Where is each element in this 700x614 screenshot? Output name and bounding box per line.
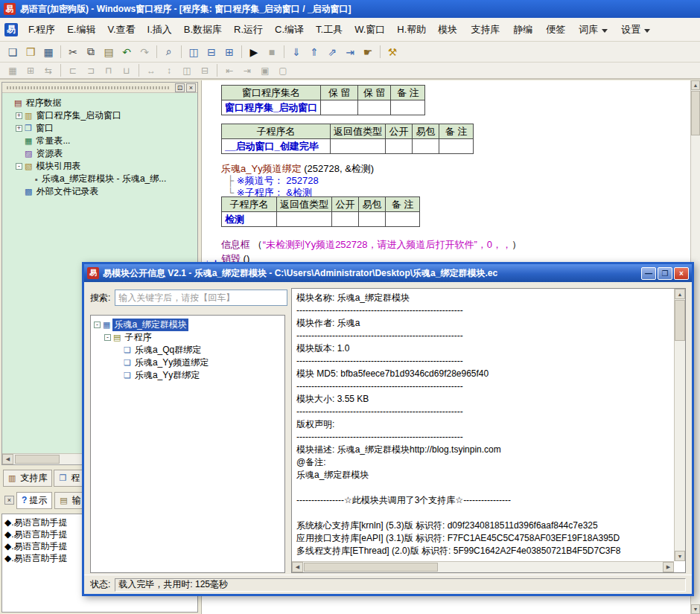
tree-item[interactable]: ❏乐魂a_Qq群绑定 — [92, 344, 283, 356]
menu-item[interactable]: I.插入 — [141, 19, 178, 40]
scroll-down-button[interactable]: ▼ — [691, 604, 700, 614]
menu-item-right[interactable]: 支持库 — [465, 19, 506, 40]
tree-item[interactable]: -▤子程序 — [92, 331, 283, 344]
scroll-thumb[interactable] — [691, 91, 700, 135]
tree-item[interactable]: ▦常量表... — [4, 135, 196, 147]
menu-item-right[interactable]: 静编 — [507, 19, 538, 40]
close-button[interactable]: × — [674, 267, 689, 280]
step-out-button[interactable]: ⇗ — [323, 44, 341, 60]
menu-item-right[interactable]: 设置 — [615, 19, 656, 40]
tab-label: 程 — [71, 472, 80, 485]
tree-expander[interactable]: - — [94, 322, 101, 328]
info-hscrollbar[interactable]: ◀ ▶ — [292, 561, 674, 572]
table-cell[interactable] — [332, 212, 359, 227]
table-cell[interactable] — [321, 100, 358, 115]
copy-button[interactable]: ⧉ — [82, 44, 100, 60]
minimize-button[interactable]: — — [641, 267, 656, 280]
table-cell[interactable]: 检测 — [222, 212, 277, 227]
tree-item[interactable]: ▩外部文件记录表 — [4, 185, 196, 198]
menu-item[interactable]: T.工具 — [310, 19, 349, 40]
menu-item[interactable]: F.程序 — [22, 19, 61, 40]
info-line: 多线程支持库[EThread] (2.0)版 标识符: 5F99C1642A2F… — [296, 545, 672, 557]
titlebar[interactable]: 易 易语言(加密狗版) - Windows窗口程序 - [程序集: 窗口程序集_… — [0, 0, 700, 18]
table-cell[interactable] — [359, 212, 386, 227]
tree-expander[interactable]: - — [16, 163, 22, 170]
static-compile-button[interactable]: ⚒ — [384, 44, 401, 60]
run-to-cursor-button[interactable]: ⇥ — [341, 44, 359, 60]
tab-project[interactable]: ❒ 程 — [54, 470, 85, 487]
view-split-button[interactable]: ⊟ — [203, 44, 220, 60]
panel-close-button[interactable]: × — [186, 83, 196, 92]
menu-item[interactable]: V.查看 — [101, 19, 141, 40]
table-cell[interactable] — [439, 139, 474, 154]
scroll-right-button[interactable]: ▶ — [663, 562, 674, 572]
tree-item[interactable]: -▦乐魂a_绑定群模块 — [92, 319, 283, 331]
step-over-button[interactable]: ⇑ — [305, 44, 323, 60]
find-button[interactable]: ⌕ — [160, 44, 178, 60]
code-comment-channel[interactable]: ├ ※频道号： 252728 — [227, 174, 319, 186]
scroll-up-button[interactable]: ▲ — [691, 80, 700, 90]
table-cell[interactable] — [386, 212, 420, 227]
menu-item[interactable]: C.编译 — [269, 19, 310, 40]
open-button[interactable]: ❒ — [22, 44, 39, 60]
table-cell[interactable]: 窗口程序集_启动窗口 — [222, 100, 321, 115]
module-info-panel[interactable]: 模块名称: 乐魂a_绑定群模块-------------------------… — [291, 288, 686, 573]
new-button[interactable]: ❏ — [4, 44, 22, 60]
view-code-button[interactable]: ◫ — [185, 44, 203, 60]
tree-item[interactable]: +❒窗口 — [4, 122, 196, 135]
run-button[interactable]: ▶ — [245, 44, 263, 60]
view-form-button[interactable]: ⊞ — [220, 44, 238, 60]
table-cell[interactable] — [331, 139, 386, 154]
tree-item[interactable]: -▧模块引用表 — [4, 160, 196, 173]
scroll-thumb[interactable] — [15, 455, 60, 464]
menu-item[interactable]: W.窗口 — [349, 19, 391, 40]
scroll-thumb[interactable] — [675, 300, 685, 341]
table-cell[interactable] — [386, 139, 413, 154]
tree-item[interactable]: ▨资源表 — [4, 147, 196, 160]
save-button[interactable]: ▦ — [39, 44, 57, 60]
dock-pin-button[interactable]: ⊡ — [175, 83, 185, 92]
tree-item[interactable]: ▪乐魂a_绑定群模块 - 乐魂a_绑... — [4, 173, 196, 185]
center-horizontal-button: ◫ — [178, 64, 196, 77]
tree-expander[interactable]: + — [16, 125, 22, 132]
tab-support-library[interactable]: ▥ 支持库 — [3, 470, 52, 487]
table-cell[interactable] — [358, 100, 391, 115]
scroll-left-button[interactable]: ◀ — [2, 454, 13, 464]
maximize-button[interactable]: ❐ — [658, 267, 672, 280]
program-data-icon: ▤ — [14, 98, 22, 108]
menu-item[interactable]: R.运行 — [228, 19, 269, 40]
tree-expander[interactable]: + — [16, 112, 22, 119]
tab-hint[interactable]: ? 提示 — [16, 492, 52, 509]
code-line-module-call[interactable]: 乐魂a_Yy频道绑定 (252728, &检测) — [221, 162, 374, 174]
dialog-titlebar[interactable]: 易 易模块公开信息 V2.1 - 乐魂a_绑定群模块 - C:\Users\Ad… — [84, 264, 692, 282]
menu-item-right[interactable]: 便签 — [540, 19, 571, 40]
tree-item[interactable]: +▥窗口程序集_启动窗口 — [4, 109, 196, 122]
menu-item-right[interactable]: 模块 — [432, 19, 463, 40]
step-into-button[interactable]: ⇓ — [287, 44, 305, 60]
scroll-thumb[interactable] — [304, 563, 438, 572]
paste-button[interactable]: ▤ — [100, 44, 118, 60]
tree-item[interactable]: ▤程序数据 — [4, 97, 196, 109]
menu-item-right[interactable]: 词库 — [573, 19, 614, 40]
menu-item[interactable]: H.帮助 — [391, 19, 432, 40]
scroll-up-button[interactable]: ▲ — [675, 289, 685, 299]
menu-item[interactable]: B.数据库 — [178, 19, 228, 40]
undo-button[interactable]: ↶ — [118, 44, 136, 60]
tree-item[interactable]: ❏乐魂a_Yy群绑定 — [92, 369, 283, 382]
scroll-left-button[interactable]: ◀ — [292, 562, 303, 572]
drag-grip[interactable] — [7, 86, 171, 89]
hint-close-button[interactable]: × — [4, 496, 14, 505]
table-cell[interactable] — [413, 139, 439, 154]
table-cell[interactable]: __启动窗口_创建完毕 — [222, 139, 331, 154]
pan-hand-button[interactable]: ☛ — [359, 44, 377, 60]
search-input[interactable] — [115, 290, 287, 306]
code-line-msgbox[interactable]: 信息框 （“未检测到Yy频道252728，请进入频道后打开软件”，0，，） — [221, 238, 521, 250]
scroll-down-button[interactable]: ▼ — [675, 551, 685, 561]
table-cell[interactable] — [391, 100, 425, 115]
menu-item[interactable]: E.编辑 — [61, 19, 101, 40]
tree-item[interactable]: ❏乐魂a_Yy频道绑定 — [92, 356, 283, 369]
info-vscrollbar[interactable]: ▲ ▼ — [674, 289, 685, 561]
table-cell[interactable] — [277, 212, 332, 227]
cut-button[interactable]: ✂ — [64, 44, 82, 60]
tree-expander[interactable]: - — [104, 334, 111, 341]
